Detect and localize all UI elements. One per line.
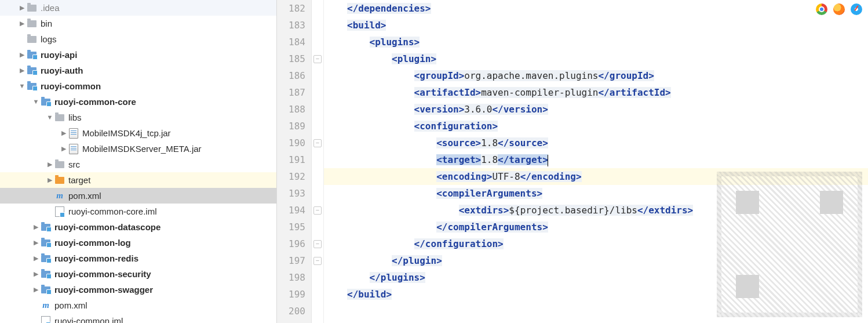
code-line[interactable]: <plugins> xyxy=(324,34,868,50)
tree-item[interactable]: ▶ruoyi-auth xyxy=(0,63,276,78)
code-area[interactable]: </dependencies><build> <plugins> <plugin… xyxy=(324,0,868,323)
code-line[interactable]: </dependencies> xyxy=(324,0,868,17)
tree-item-label: MobileIMSDK4j_tcp.jar xyxy=(82,125,171,141)
xml-tag: </encoding> xyxy=(520,171,582,182)
tree-item[interactable]: ▶bin xyxy=(0,16,276,31)
tree-item[interactable]: ▶ruoyi-api xyxy=(0,47,276,63)
xml-text: ${project.basedir}/libs xyxy=(509,205,637,216)
tree-item[interactable]: ▼libs xyxy=(0,110,276,125)
tree-item[interactable]: ▶.idea xyxy=(0,0,276,16)
xml-tag-highlighted: <target> xyxy=(436,154,481,165)
xml-tag: <extdirs> xyxy=(459,205,509,216)
tree-item[interactable]: ▶ruoyi-common-datascope xyxy=(0,219,276,235)
chevron-right-icon[interactable]: ▶ xyxy=(17,63,27,78)
safari-icon[interactable] xyxy=(851,3,862,15)
chevron-right-icon[interactable]: ▶ xyxy=(31,266,41,282)
tree-item[interactable]: ▶ruoyi-common-security xyxy=(0,266,276,282)
chevron-right-icon[interactable]: ▶ xyxy=(59,141,68,157)
line-number: 194 xyxy=(277,202,305,219)
tree-item[interactable]: ▼ruoyi-common xyxy=(0,78,276,94)
chevron-down-icon[interactable]: ▼ xyxy=(45,110,54,125)
line-number: 183 xyxy=(277,17,305,34)
line-number: 191 xyxy=(277,151,305,168)
tree-item[interactable]: ▶target xyxy=(0,172,276,188)
code-line[interactable]: </compilerArguments> xyxy=(324,219,868,235)
code-line[interactable]: </build> xyxy=(324,286,868,303)
fold-toggle-icon[interactable]: – xyxy=(313,55,322,63)
xml-tag: </extdirs> xyxy=(637,205,693,216)
tree-item[interactable]: ▼ruoyi-common-core xyxy=(0,94,276,110)
code-line[interactable]: </plugins> xyxy=(324,269,868,286)
tree-item[interactable]: ▶mpom.xml xyxy=(0,188,276,204)
maven-icon: m xyxy=(54,191,65,201)
code-line[interactable]: <build> xyxy=(324,17,868,34)
code-line[interactable]: <groupId>org.apache.maven.plugins</group… xyxy=(324,67,868,84)
code-line[interactable]: <extdirs>${project.basedir}/libs</extdir… xyxy=(324,202,868,219)
tree-item-label: pom.xml xyxy=(54,297,87,313)
chevron-down-icon[interactable]: ▼ xyxy=(17,78,27,94)
code-line[interactable]: <plugin> xyxy=(324,50,868,67)
chevron-right-icon[interactable]: ▶ xyxy=(17,0,27,16)
code-line[interactable]: <target>1.8</target> xyxy=(324,151,868,168)
code-line[interactable]: <configuration> xyxy=(324,118,868,135)
tree-item[interactable]: ▶logs xyxy=(0,31,276,47)
line-number: 187 xyxy=(277,84,305,101)
chevron-right-icon[interactable]: ▶ xyxy=(31,282,41,297)
line-number: 200 xyxy=(277,303,305,320)
chevron-down-icon[interactable]: ▼ xyxy=(31,94,41,110)
browser-icons xyxy=(816,3,862,15)
text-caret xyxy=(548,155,548,166)
code-line[interactable]: </configuration> xyxy=(324,235,868,252)
chevron-right-icon[interactable]: ▶ xyxy=(31,251,41,266)
code-line[interactable]: <compilerArguments> xyxy=(324,185,868,202)
line-number: 185 xyxy=(277,50,305,67)
code-line[interactable]: <encoding>UTF-8</encoding> xyxy=(324,168,868,185)
line-number: 184 xyxy=(277,34,305,50)
tree-item[interactable]: ▶ruoyi-common-redis xyxy=(0,251,276,266)
line-number: 193 xyxy=(277,185,305,202)
xml-tag: </plugin> xyxy=(392,255,442,266)
code-line[interactable]: <version>3.6.0</version> xyxy=(324,101,868,118)
code-line[interactable]: <source>1.8</source> xyxy=(324,135,868,151)
xml-tag: </configuration> xyxy=(414,238,504,249)
xml-tag: <build> xyxy=(347,20,386,31)
chrome-icon[interactable] xyxy=(816,3,827,15)
chevron-right-icon[interactable]: ▶ xyxy=(45,172,54,188)
code-line[interactable]: </plugin> xyxy=(324,252,868,269)
chevron-right-icon[interactable]: ▶ xyxy=(17,47,27,63)
fold-toggle-icon[interactable]: – xyxy=(313,206,322,215)
module-folder-icon xyxy=(41,222,51,233)
xml-tag: <artifactId> xyxy=(414,87,482,98)
jar-icon xyxy=(68,128,79,139)
code-line[interactable]: <artifactId>maven-compiler-plugin</artif… xyxy=(324,84,868,101)
tree-item-label: ruoyi-common xyxy=(41,78,101,94)
tree-item-label: ruoyi-common-redis xyxy=(54,251,138,266)
fold-toggle-icon[interactable]: – xyxy=(313,257,322,265)
fold-toggle-icon[interactable]: – xyxy=(313,139,322,147)
tree-item-label: ruoyi-common-swagger xyxy=(54,282,153,297)
tree-item[interactable]: ▶MobileIMSDK4j_tcp.jar xyxy=(0,125,276,141)
code-line[interactable] xyxy=(324,303,868,320)
chevron-right-icon[interactable]: ▶ xyxy=(31,235,41,251)
line-number: 190 xyxy=(277,135,305,151)
chevron-right-icon[interactable]: ▶ xyxy=(45,157,54,172)
tree-item[interactable]: ▶ruoyi-common-swagger xyxy=(0,282,276,297)
chevron-right-icon[interactable]: ▶ xyxy=(17,16,27,31)
tree-item[interactable]: ▶mpom.xml xyxy=(0,297,276,313)
tree-item[interactable]: ▶ruoyi-common.iml xyxy=(0,313,276,323)
tree-item[interactable]: ▶ruoyi-common-core.iml xyxy=(0,204,276,219)
code-editor[interactable]: 1821831841851861871881891901911921931941… xyxy=(277,0,868,323)
chevron-right-icon[interactable]: ▶ xyxy=(31,219,41,235)
tree-item-label: pom.xml xyxy=(68,188,101,204)
firefox-icon[interactable] xyxy=(833,3,845,15)
tree-item[interactable]: ▶ruoyi-common-log xyxy=(0,235,276,251)
xml-tag: </build> xyxy=(347,289,392,300)
project-tree[interactable]: ▶.idea▶bin▶logs▶ruoyi-api▶ruoyi-auth▼ruo… xyxy=(0,0,277,323)
fold-column[interactable]: ––––– xyxy=(312,0,324,323)
chevron-right-icon[interactable]: ▶ xyxy=(59,125,68,141)
xml-tag: <encoding> xyxy=(436,171,492,182)
tree-item[interactable]: ▶MobileIMSDKServer_META.jar xyxy=(0,141,276,157)
tree-item[interactable]: ▶src xyxy=(0,157,276,172)
line-gutter: 1821831841851861871881891901911921931941… xyxy=(277,0,312,323)
fold-toggle-icon[interactable]: – xyxy=(313,240,322,248)
